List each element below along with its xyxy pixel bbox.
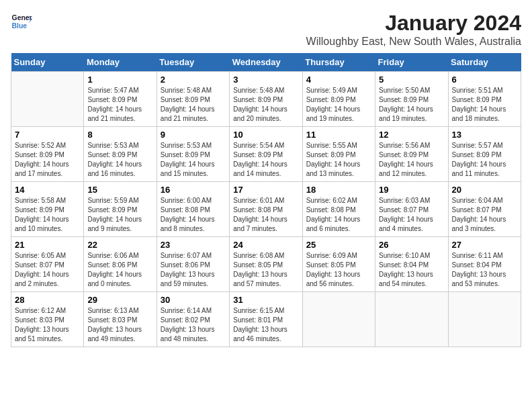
week-row-5: 28Sunrise: 6:12 AMSunset: 8:03 PMDayligh… (11, 292, 521, 347)
calendar-cell: 24Sunrise: 6:08 AMSunset: 8:05 PMDayligh… (230, 237, 302, 292)
day-number: 16 (161, 185, 226, 195)
day-number: 12 (379, 130, 444, 140)
day-number: 6 (452, 75, 517, 85)
day-number: 25 (306, 240, 371, 250)
day-info: Sunrise: 5:53 AMSunset: 8:09 PMDaylight:… (87, 141, 152, 179)
day-info: Sunrise: 6:14 AMSunset: 8:02 PMDaylight:… (161, 306, 226, 344)
day-number: 14 (15, 185, 80, 195)
calendar-cell: 31Sunrise: 6:15 AMSunset: 8:01 PMDayligh… (230, 292, 302, 347)
day-number: 22 (87, 240, 152, 250)
weekday-header-saturday: Saturday (448, 53, 521, 72)
day-number: 26 (379, 240, 444, 250)
day-info: Sunrise: 6:08 AMSunset: 8:05 PMDaylight:… (233, 251, 298, 289)
svg-text:General: General (12, 14, 32, 21)
calendar-cell: 3Sunrise: 5:48 AMSunset: 8:09 PMDaylight… (230, 72, 302, 127)
day-number: 11 (306, 130, 371, 140)
calendar-cell (375, 292, 448, 347)
calendar-cell (448, 292, 521, 347)
day-number: 28 (15, 295, 80, 305)
svg-text:Blue: Blue (12, 22, 28, 30)
calendar-cell: 18Sunrise: 6:02 AMSunset: 8:08 PMDayligh… (302, 182, 375, 237)
day-number: 24 (233, 240, 298, 250)
day-info: Sunrise: 5:59 AMSunset: 8:09 PMDaylight:… (87, 196, 152, 234)
day-number: 31 (233, 295, 298, 305)
day-info: Sunrise: 5:48 AMSunset: 8:09 PMDaylight:… (161, 86, 226, 124)
day-number: 10 (233, 130, 298, 140)
calendar-cell: 23Sunrise: 6:07 AMSunset: 8:06 PMDayligh… (157, 237, 229, 292)
week-row-4: 21Sunrise: 6:05 AMSunset: 8:07 PMDayligh… (11, 237, 521, 292)
weekday-header-row: SundayMondayTuesdayWednesdayThursdayFrid… (11, 53, 521, 72)
day-info: Sunrise: 5:53 AMSunset: 8:09 PMDaylight:… (161, 141, 226, 179)
day-number: 21 (15, 240, 80, 250)
week-row-2: 7Sunrise: 5:52 AMSunset: 8:09 PMDaylight… (11, 127, 521, 182)
day-number: 3 (233, 75, 298, 85)
day-info: Sunrise: 6:02 AMSunset: 8:08 PMDaylight:… (306, 196, 371, 234)
calendar-cell: 7Sunrise: 5:52 AMSunset: 8:09 PMDaylight… (11, 127, 84, 182)
day-info: Sunrise: 6:01 AMSunset: 8:08 PMDaylight:… (233, 196, 298, 234)
day-number: 1 (87, 75, 152, 85)
weekday-header-monday: Monday (84, 53, 157, 72)
day-number: 7 (15, 130, 80, 140)
day-number: 5 (379, 75, 444, 85)
day-info: Sunrise: 6:09 AMSunset: 8:05 PMDaylight:… (306, 251, 371, 289)
calendar-cell: 2Sunrise: 5:48 AMSunset: 8:09 PMDaylight… (157, 72, 229, 127)
day-info: Sunrise: 5:55 AMSunset: 8:09 PMDaylight:… (306, 141, 371, 179)
day-info: Sunrise: 5:56 AMSunset: 8:09 PMDaylight:… (379, 141, 444, 179)
day-info: Sunrise: 5:52 AMSunset: 8:09 PMDaylight:… (15, 141, 80, 179)
calendar-table: SundayMondayTuesdayWednesdayThursdayFrid… (11, 53, 521, 347)
calendar-cell: 22Sunrise: 6:06 AMSunset: 8:06 PMDayligh… (84, 237, 157, 292)
calendar-cell: 10Sunrise: 5:54 AMSunset: 8:09 PMDayligh… (230, 127, 302, 182)
weekday-header-friday: Friday (375, 53, 448, 72)
day-number: 19 (379, 185, 444, 195)
week-row-1: 1Sunrise: 5:47 AMSunset: 8:09 PMDaylight… (11, 72, 521, 127)
day-info: Sunrise: 5:57 AMSunset: 8:09 PMDaylight:… (452, 141, 517, 179)
weekday-header-sunday: Sunday (11, 53, 84, 72)
calendar-cell: 27Sunrise: 6:11 AMSunset: 8:04 PMDayligh… (448, 237, 521, 292)
calendar-cell: 13Sunrise: 5:57 AMSunset: 8:09 PMDayligh… (448, 127, 521, 182)
title-area: January 2024 Willoughby East, New South … (306, 11, 521, 48)
day-info: Sunrise: 5:49 AMSunset: 8:09 PMDaylight:… (306, 86, 371, 124)
day-number: 30 (161, 295, 226, 305)
logo: General Blue (11, 11, 32, 32)
day-number: 9 (161, 130, 226, 140)
day-number: 17 (233, 185, 298, 195)
page-header: General Blue January 2024 Willoughby Eas… (11, 11, 521, 48)
calendar-cell: 25Sunrise: 6:09 AMSunset: 8:05 PMDayligh… (302, 237, 375, 292)
day-info: Sunrise: 5:50 AMSunset: 8:09 PMDaylight:… (379, 86, 444, 124)
day-info: Sunrise: 6:00 AMSunset: 8:08 PMDaylight:… (161, 196, 226, 234)
day-info: Sunrise: 6:03 AMSunset: 8:07 PMDaylight:… (379, 196, 444, 234)
calendar-cell: 5Sunrise: 5:50 AMSunset: 8:09 PMDaylight… (375, 72, 448, 127)
day-number: 20 (452, 185, 517, 195)
calendar-cell (302, 292, 375, 347)
calendar-cell: 4Sunrise: 5:49 AMSunset: 8:09 PMDaylight… (302, 72, 375, 127)
day-info: Sunrise: 6:05 AMSunset: 8:07 PMDaylight:… (15, 251, 80, 289)
logo-icon: General Blue (11, 11, 32, 32)
calendar-cell: 6Sunrise: 5:51 AMSunset: 8:09 PMDaylight… (448, 72, 521, 127)
calendar-cell: 1Sunrise: 5:47 AMSunset: 8:09 PMDaylight… (84, 72, 157, 127)
day-number: 29 (87, 295, 152, 305)
calendar-cell (11, 72, 84, 127)
day-number: 15 (87, 185, 152, 195)
day-number: 4 (306, 75, 371, 85)
day-number: 8 (87, 130, 152, 140)
calendar-cell: 12Sunrise: 5:56 AMSunset: 8:09 PMDayligh… (375, 127, 448, 182)
calendar-title: January 2024 (306, 11, 521, 36)
day-info: Sunrise: 5:47 AMSunset: 8:09 PMDaylight:… (87, 86, 152, 124)
calendar-cell: 8Sunrise: 5:53 AMSunset: 8:09 PMDaylight… (84, 127, 157, 182)
weekday-header-thursday: Thursday (302, 53, 375, 72)
week-row-3: 14Sunrise: 5:58 AMSunset: 8:09 PMDayligh… (11, 182, 521, 237)
day-info: Sunrise: 6:12 AMSunset: 8:03 PMDaylight:… (15, 306, 80, 344)
weekday-header-tuesday: Tuesday (157, 53, 229, 72)
calendar-subtitle: Willoughby East, New South Wales, Austra… (306, 36, 521, 48)
calendar-cell: 29Sunrise: 6:13 AMSunset: 8:03 PMDayligh… (84, 292, 157, 347)
day-number: 27 (452, 240, 517, 250)
day-number: 13 (452, 130, 517, 140)
day-info: Sunrise: 6:15 AMSunset: 8:01 PMDaylight:… (233, 306, 298, 344)
day-info: Sunrise: 6:11 AMSunset: 8:04 PMDaylight:… (452, 251, 517, 289)
day-info: Sunrise: 6:07 AMSunset: 8:06 PMDaylight:… (161, 251, 226, 289)
calendar-cell: 14Sunrise: 5:58 AMSunset: 8:09 PMDayligh… (11, 182, 84, 237)
day-number: 23 (161, 240, 226, 250)
calendar-cell: 26Sunrise: 6:10 AMSunset: 8:04 PMDayligh… (375, 237, 448, 292)
calendar-cell: 15Sunrise: 5:59 AMSunset: 8:09 PMDayligh… (84, 182, 157, 237)
day-info: Sunrise: 6:04 AMSunset: 8:07 PMDaylight:… (452, 196, 517, 234)
